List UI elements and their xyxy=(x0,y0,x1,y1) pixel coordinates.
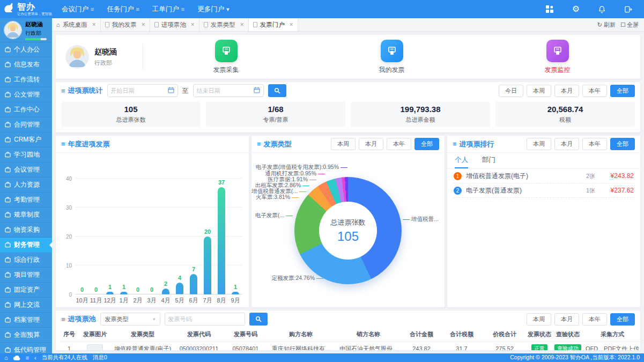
tab-invoice-types[interactable]: 发票类型× xyxy=(199,18,249,31)
x-axis-label: 11月 xyxy=(90,297,102,305)
tab-input-invoice-pool[interactable]: 进项票池× xyxy=(150,18,199,31)
range-button-this-year[interactable]: 本年 xyxy=(582,313,607,326)
bar-12月[interactable] xyxy=(106,292,114,294)
sidebar-item-finance-mgmt[interactable]: 财务管理 xyxy=(0,238,52,253)
sidebar-item-workflow[interactable]: 工作流转 xyxy=(0,72,52,87)
range-button-this-week[interactable]: 本周 xyxy=(331,138,356,150)
refresh-button[interactable]: ↻ 刷新 xyxy=(597,21,616,29)
end-date-input[interactable] xyxy=(197,87,251,94)
settings-gear-icon[interactable]: ⚙ xyxy=(572,5,580,13)
sidebar-item-project-mgmt[interactable]: 项目管理 xyxy=(0,268,52,283)
bar-6月[interactable] xyxy=(190,274,197,294)
ranking-tab-personal[interactable]: 个人 xyxy=(455,153,468,168)
close-icon[interactable]: × xyxy=(287,21,293,28)
portal-app-my-invoice[interactable]: 我的发票 xyxy=(309,40,475,75)
table-row[interactable]: 1增值税普通发票(电子)05000320021105078401重庆知行网络科技… xyxy=(60,342,640,350)
bar-1月[interactable] xyxy=(120,292,128,294)
portal-app-invoice-collect[interactable]: 发票采集 xyxy=(143,40,309,75)
sidebar-item-crm-customers[interactable]: CRM客户 xyxy=(0,132,52,147)
message-count[interactable]: 消息0 xyxy=(93,354,107,361)
sidebar-item-label: 个人办公 xyxy=(14,45,40,54)
range-button-this-week[interactable]: 本周 xyxy=(527,313,551,326)
range-button-this-week[interactable]: 本周 xyxy=(527,85,551,97)
pie-label-line xyxy=(318,174,325,174)
sidebar-item-archive-mgmt[interactable]: 档案管理 xyxy=(0,313,52,328)
invoice-type-select[interactable]: 发票类型 ▾ xyxy=(100,313,160,326)
sidebar-item-low-code-mgmt[interactable]: 低代码管理 xyxy=(0,343,52,353)
sidebar-item-label: 信息发布 xyxy=(14,60,40,69)
sidebar-item-attendance-mgmt[interactable]: 考勤管理 xyxy=(0,193,52,208)
sidebar-item-personal-office[interactable]: 个人办公 xyxy=(0,42,52,57)
menu-lines-icon[interactable]: ≡ xyxy=(26,355,29,361)
sidebar-item-work-center[interactable]: 工作中心 xyxy=(0,102,52,117)
calendar-icon[interactable] xyxy=(168,86,174,95)
range-button-this-month[interactable]: 本月 xyxy=(359,138,383,150)
range-button-all[interactable]: 全部 xyxy=(414,138,439,150)
ranking-row[interactable]: 2电子发票(普通发票)1张¥237.62 xyxy=(454,183,634,198)
tab-system-desktop[interactable]: ⌂系统桌面× xyxy=(52,18,101,31)
range-button-this-year[interactable]: 本年 xyxy=(582,138,607,150)
range-button-this-year[interactable]: 本年 xyxy=(582,85,607,97)
range-button-all[interactable]: 全部 xyxy=(610,313,635,326)
collapse-sidebar-icon[interactable]: ‹ xyxy=(34,355,36,361)
start-date-input[interactable] xyxy=(111,87,166,94)
sidebar-item-contract-mgmt[interactable]: 合同管理 xyxy=(0,117,52,132)
bar-5月[interactable] xyxy=(176,283,183,294)
sidebar-item-material-procurement[interactable]: 物资采购 xyxy=(0,223,52,238)
sidebar-item-document-mgmt[interactable]: 公文管理 xyxy=(0,87,52,102)
nav-menu-task[interactable]: 任务门户≡ xyxy=(100,0,145,18)
close-icon[interactable]: × xyxy=(189,21,195,28)
my-invoice-icon xyxy=(381,40,403,62)
sidebar-item-rules-regulations[interactable]: 规章制度 xyxy=(0,208,52,223)
portal-app-invoice-monitor[interactable]: 发票监控 xyxy=(475,40,640,75)
stats-search-button[interactable] xyxy=(268,84,286,97)
ranking-tab-department[interactable]: 部门 xyxy=(482,153,495,168)
nav-menu-meeting[interactable]: 会议门户≡ xyxy=(55,0,100,18)
sidebar-item-info-publish[interactable]: 信息发布 xyxy=(0,57,52,72)
bar-9月[interactable] xyxy=(232,292,239,294)
stats-range-buttons: 今日本周本月本年全部 xyxy=(499,85,635,97)
pool-search-button[interactable] xyxy=(249,313,268,326)
notification-bell-icon[interactable] xyxy=(598,5,606,13)
range-button-this-month[interactable]: 本月 xyxy=(554,85,579,97)
sidebar-item-label: 工作中心 xyxy=(14,105,40,114)
sidebar-user-card[interactable]: 赵晓涵 行政部 xyxy=(0,18,52,42)
close-icon[interactable]: × xyxy=(238,21,244,28)
invoice-thumbnail[interactable] xyxy=(87,344,103,350)
sidebar-item-fixed-assets[interactable]: 固定资产 xyxy=(0,283,52,298)
range-button-all[interactable]: 全部 xyxy=(610,85,635,97)
close-icon[interactable]: × xyxy=(139,21,145,28)
calendar-icon[interactable] xyxy=(254,86,260,95)
tab-my-invoices[interactable]: 我的发票× xyxy=(101,18,150,31)
refresh-label: 刷新 xyxy=(604,21,616,29)
sidebar-item-budget[interactable]: 全面预算 xyxy=(0,328,52,343)
close-icon[interactable]: × xyxy=(90,21,96,28)
invoice-number-input[interactable] xyxy=(168,316,241,322)
apps-grid-icon[interactable] xyxy=(545,5,554,13)
ranking-row[interactable]: 1增值税普通发票(电子)2张¥243.82 xyxy=(454,169,634,183)
sidebar-item-online-communication[interactable]: 网上交流 xyxy=(0,298,52,313)
sidebar-item-hr[interactable]: 人力资源 xyxy=(0,178,52,193)
range-button-this-month[interactable]: 本月 xyxy=(554,313,579,326)
bar-7月[interactable] xyxy=(204,237,211,294)
range-button-all[interactable]: 全部 xyxy=(610,138,635,150)
bar-8月[interactable] xyxy=(218,187,225,294)
home-icon[interactable]: ⌂ xyxy=(4,355,8,361)
tab-invoice-portal[interactable]: 发票门户× xyxy=(249,18,298,31)
sidebar-item-learning-garden[interactable]: 学习园地 xyxy=(0,147,52,162)
sidebar-item-general-admin[interactable]: 综合行政 xyxy=(0,253,52,268)
range-button-this-year[interactable]: 本年 xyxy=(387,138,411,150)
logo[interactable]: 智办 让办公更简单，更智能 xyxy=(0,2,55,17)
logout-icon[interactable] xyxy=(624,5,632,13)
fullscreen-button[interactable]: 全屏 xyxy=(621,21,639,29)
range-button-today[interactable]: 今日 xyxy=(499,85,523,97)
nav-menu-ticket[interactable]: 工单门户≡ xyxy=(146,0,191,18)
bar-4月[interactable] xyxy=(162,289,169,294)
cloud-icon[interactable] xyxy=(13,356,20,360)
sidebar-item-label: 财务管理 xyxy=(14,240,40,249)
sidebar-item-meeting-mgmt[interactable]: 会议管理 xyxy=(0,162,52,178)
range-button-this-month[interactable]: 本月 xyxy=(554,138,579,150)
range-button-this-week[interactable]: 本周 xyxy=(527,138,551,150)
top-navbar: 智办 让办公更简单，更智能 会议门户≡任务门户≡工单门户≡更多门户▾ ⚙ xyxy=(0,0,644,18)
nav-menu-more[interactable]: 更多门户▾ xyxy=(191,0,236,18)
